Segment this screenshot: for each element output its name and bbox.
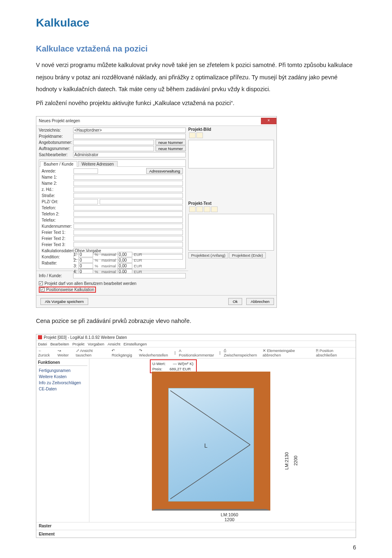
label-rabatte: Rabatte: — [42, 261, 74, 265]
label-alle-benutzer: Projekt darf von allen Benutzern bearbei… — [45, 281, 136, 286]
ft1-input[interactable] — [74, 230, 183, 235]
preis-value: 689,27 EUR — [169, 366, 191, 372]
rabatt-3-max[interactable]: 0,00 — [118, 263, 132, 269]
edit-icon[interactable] — [196, 206, 203, 212]
telefon-input[interactable] — [74, 205, 183, 211]
label-auftragsnummer: Auftragsnummer: — [39, 146, 73, 151]
rabatt-1-max[interactable]: 0,00 — [118, 252, 132, 257]
bottom-raster[interactable]: Raster — [39, 524, 353, 528]
save-as-default-button[interactable]: Als Vorgabe speichern — [40, 298, 88, 305]
label-plz: PLZ/ Ort: — [42, 199, 74, 204]
tab-bauherr[interactable]: Bauherr / Kunde — [40, 161, 77, 167]
strasse-input[interactable] — [74, 193, 183, 198]
checkbox-alle-benutzer[interactable]: ✓ — [39, 281, 43, 285]
ft3-input[interactable] — [74, 242, 183, 247]
delete-icon[interactable] — [204, 206, 210, 212]
more-icon[interactable] — [211, 206, 218, 212]
ok-button[interactable]: Ok — [228, 298, 242, 305]
anrede-input[interactable] — [74, 168, 98, 174]
verzeichnis-input[interactable]: <Hauptordner> — [73, 128, 186, 133]
neue-nummer-button-2[interactable]: neue Nummer — [156, 146, 186, 151]
label-zhd: z. Hd.: — [42, 187, 74, 192]
swap-view-button[interactable]: ⤢ Ansicht tauschen — [76, 348, 109, 357]
menu-projekt[interactable]: Projekt — [72, 342, 85, 346]
menu-bearbeiten[interactable]: Bearbeiten — [50, 342, 69, 346]
body-paragraph-2: Při založení nového projektu aktivujte f… — [36, 97, 356, 110]
adressverwaltung-button[interactable]: Adressverwaltung — [146, 168, 183, 174]
projekt-text-panel[interactable] — [188, 214, 274, 251]
new-project-dialog: Neues Projekt anlegen × Verzeichnis:<Hau… — [36, 116, 277, 308]
redo-button[interactable]: ↷ Wiederherstellen — [139, 348, 171, 357]
sidebar-item-fertigungsnamen[interactable]: Fertigungsnamen — [38, 368, 87, 374]
label-projekttext: Projekt-Text — [188, 201, 274, 206]
glass-label: L — [204, 442, 207, 449]
sidebar-item-weitere-kosten[interactable]: Weitere Kosten — [38, 374, 87, 380]
app-icon — [38, 335, 42, 339]
auftragsnummer-input[interactable] — [73, 146, 154, 151]
rabatt-3-input[interactable]: 0 — [78, 263, 93, 269]
label-projektbild: Projekt-Bild — [188, 127, 274, 132]
ft2-input[interactable] — [74, 236, 183, 241]
abort-element-button[interactable]: ✕ Elementeingabe abbrechen — [263, 348, 313, 357]
name2-input[interactable] — [74, 181, 183, 186]
label-telefax: Telefax: — [42, 218, 74, 222]
angebotsnummer-input[interactable] — [73, 140, 154, 145]
kundennummer-input[interactable] — [74, 224, 183, 229]
label-kondition: Kondition: — [42, 255, 74, 259]
cancel-button[interactable]: Abbrechen — [246, 298, 274, 305]
finish-position-button[interactable]: ⎘ Position abschließen — [316, 348, 354, 357]
neue-nummer-button-1[interactable]: neue Nummer — [156, 139, 186, 145]
price-highlight-box: U-Wert:— W/(m² K) Preis:689,27 EUR — [150, 359, 197, 373]
label-projektname: Projektname: — [39, 134, 73, 139]
telefax-input[interactable] — [74, 217, 183, 223]
delete-icon[interactable] — [196, 132, 203, 138]
plz-input[interactable] — [74, 199, 98, 204]
label-strasse: Straße: — [42, 193, 74, 198]
save-temp-button[interactable]: ⎙ Zwischenspeichern — [224, 348, 259, 357]
telefon2-input[interactable] — [74, 211, 183, 217]
info-kunde-input[interactable] — [73, 273, 186, 278]
rabatt-2-input[interactable]: 0 — [78, 258, 93, 263]
rabatt-1-input[interactable]: 0 — [78, 252, 93, 257]
name1-input[interactable] — [74, 175, 183, 180]
rabatt-2-max[interactable]: 0,00 — [118, 258, 132, 263]
label-telefon: Telefon: — [42, 206, 74, 210]
close-icon[interactable]: × — [261, 118, 276, 124]
open-icon[interactable] — [189, 206, 196, 212]
svg-line-1 — [170, 445, 250, 499]
forward-button[interactable]: ↝ Weiter — [58, 348, 73, 357]
dim-height: 2200 — [293, 455, 298, 465]
label-name1: Name 1: — [42, 175, 74, 179]
u-wert-label: U-Wert: — [152, 361, 166, 366]
position-comment-button[interactable]: A Positionskommentar — [179, 348, 216, 357]
bottom-element[interactable]: Element — [39, 532, 353, 536]
sidebar-header: Funktionen — [38, 360, 87, 366]
ort-input[interactable] — [100, 199, 183, 204]
sachbearbeiter-input[interactable]: Administrator — [73, 152, 186, 157]
label-kundennummer: Kundennummer: — [42, 224, 74, 229]
toolbar: ← Zurück ↝ Weiter ⤢ Ansicht tauschen ↶ R… — [36, 347, 356, 359]
label-name2: Name 2: — [42, 181, 74, 186]
tab-weitere-adressen[interactable]: Weitere Adressen — [78, 161, 118, 167]
zhd-input[interactable] — [74, 187, 183, 192]
projekt-bild-panel — [188, 140, 274, 168]
back-button[interactable]: ← Zurück — [38, 348, 54, 357]
tab-projekttext-ende[interactable]: Projekttext (Ende) — [229, 252, 266, 258]
body-paragraph-1: V nové verzi programu můžete kalkulovat … — [36, 59, 356, 96]
menu-ansicht[interactable]: Ansicht — [107, 342, 120, 346]
window-title: Projekt [003] - LogiKal 8.1.0.92 Weitere… — [44, 335, 127, 340]
u-wert-value: — W/(m² K) — [173, 361, 194, 366]
menu-vorgaben[interactable]: Vorgaben — [88, 342, 105, 346]
tab-projekttext-anfang[interactable]: Projekttext (Anfang) — [188, 252, 228, 258]
menu-datei[interactable]: Datei — [38, 342, 47, 346]
projektname-input[interactable] — [73, 134, 186, 139]
label-ft3: Freier Text 3: — [42, 242, 74, 247]
menubar[interactable]: Datei Bearbeiten Projekt Vorgaben Ansich… — [36, 341, 356, 347]
undo-button[interactable]: ↶ Rückgängig — [111, 348, 136, 357]
label-positionsweise: Positionsweise Kalkulation — [46, 287, 94, 292]
menu-einstellungen[interactable]: Einstellungen — [124, 342, 147, 346]
sidebar-item-zeitvorschlaege[interactable]: Info zu Zeitvorschlägen — [38, 380, 87, 386]
open-icon[interactable] — [189, 132, 196, 138]
checkbox-positionsweise[interactable]: ✓ — [40, 287, 45, 291]
sidebar-item-ce-daten[interactable]: CE-Daten — [38, 386, 87, 392]
